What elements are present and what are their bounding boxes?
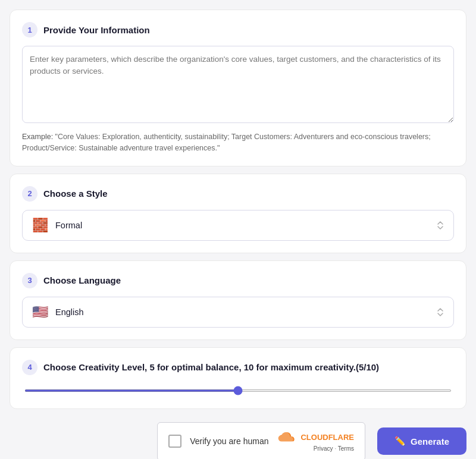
creativity-slider[interactable]	[24, 389, 452, 392]
cloudflare-cloud-icon	[277, 431, 298, 444]
step-2-badge: 2	[22, 186, 37, 202]
terms-link[interactable]: Terms	[338, 445, 354, 452]
step-1-title: Provide Your Information	[43, 25, 150, 35]
privacy-link[interactable]: Privacy	[314, 445, 333, 452]
example-label: Example:	[22, 133, 53, 141]
generate-button[interactable]: ✏️ Generate	[377, 427, 466, 455]
example-text: Example: "Core Values: Exploration, auth…	[22, 131, 454, 154]
cloudflare-links: Privacy · Terms	[314, 445, 354, 452]
style-value: Formal	[55, 221, 430, 230]
step-4-title: Choose Creativity Level, 5 for optimal b…	[43, 362, 379, 372]
step-3-badge: 3	[22, 273, 37, 288]
cloudflare-brand: CLOUDFLARE Privacy · Terms	[277, 431, 354, 452]
cloudflare-name: CLOUDFLARE	[300, 433, 354, 442]
human-checkbox[interactable]	[168, 435, 181, 448]
generate-label: Generate	[411, 436, 449, 447]
step-1-badge: 1	[22, 22, 37, 37]
info-textarea[interactable]	[22, 46, 454, 123]
cloudflare-logo: CLOUDFLARE	[277, 431, 354, 444]
example-content: "Core Values: Exploration, authenticity,…	[22, 133, 431, 152]
step-1-section: 1 Provide Your Information Example: "Cor…	[10, 10, 466, 166]
human-verify-label: Verify you are human	[190, 436, 268, 446]
separator: ·	[334, 445, 336, 452]
chevron-icon	[437, 221, 444, 230]
language-icon: 🇺🇸	[32, 304, 48, 320]
step-4-header: 4 Choose Creativity Level, 5 for optimal…	[22, 360, 454, 375]
step-4-section: 4 Choose Creativity Level, 5 for optimal…	[10, 347, 466, 409]
language-select[interactable]: 🇺🇸 English	[22, 297, 454, 328]
step-2-header: 2 Choose a Style	[22, 186, 454, 202]
step-1-header: 1 Provide Your Information	[22, 22, 454, 37]
cloudflare-widget[interactable]: Verify you are human CLOUDFLARE Privacy …	[157, 422, 365, 460]
step-4-badge: 4	[22, 360, 37, 375]
bottom-area: Verify you are human CLOUDFLARE Privacy …	[10, 416, 466, 460]
step-3-title: Choose Language	[43, 275, 121, 285]
step-3-header: 3 Choose Language	[22, 273, 454, 288]
style-icon: 🧱	[32, 218, 48, 233]
style-select[interactable]: 🧱 Formal	[22, 210, 454, 241]
language-value: English	[55, 307, 430, 317]
step-3-section: 3 Choose Language 🇺🇸 English	[10, 260, 466, 340]
step-2-title: Choose a Style	[43, 188, 108, 199]
slider-container	[22, 383, 454, 394]
step-2-section: 2 Choose a Style 🧱 Formal	[10, 174, 466, 253]
language-chevron-icon	[437, 307, 444, 317]
page-container: 1 Provide Your Information Example: "Cor…	[10, 10, 466, 459]
edit-icon: ✏️	[394, 436, 406, 447]
